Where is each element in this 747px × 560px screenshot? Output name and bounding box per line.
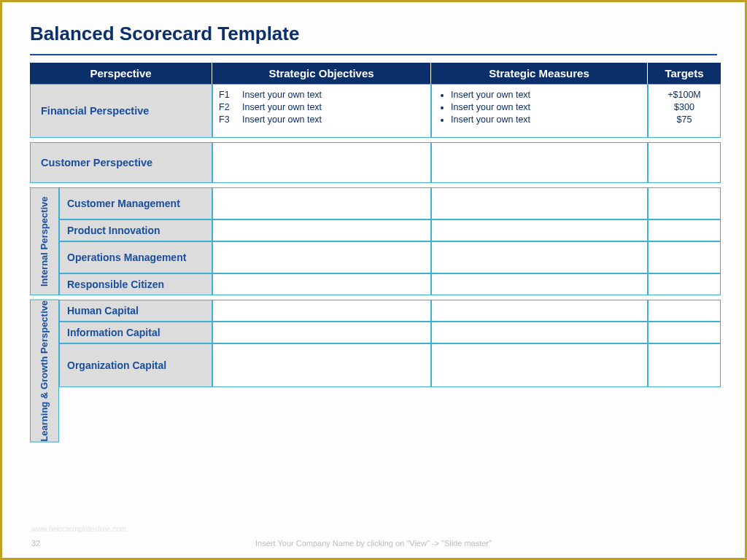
- cell-objectives: [212, 273, 431, 295]
- cell-targets: [648, 219, 721, 241]
- internal-product-innovation: Product Innovation: [59, 219, 212, 241]
- cell-measures: [431, 300, 648, 322]
- learning-human-capital: Human Capital: [59, 300, 212, 322]
- page-title: Balanced Scorecard Template: [30, 23, 717, 45]
- cell-objectives: [212, 187, 431, 219]
- cell-measures: [431, 343, 648, 387]
- section-internal: Internal Perspective Customer Management…: [30, 187, 717, 295]
- table-row: Organization Capital: [59, 343, 721, 387]
- cell-measures: [431, 322, 648, 343]
- obj-text: Insert your own text: [242, 89, 322, 101]
- col-objectives: Strategic Objectives: [212, 63, 431, 84]
- internal-operations-management: Operations Management: [59, 241, 212, 273]
- obj-code: F1: [219, 89, 235, 101]
- cell-objectives: [212, 300, 431, 322]
- measure-item: Insert your own text: [451, 114, 641, 126]
- col-perspective: Perspective: [30, 63, 212, 84]
- obj-text: Insert your own text: [242, 114, 322, 126]
- target-value: $75: [654, 114, 714, 126]
- table-row: Human Capital: [59, 300, 721, 322]
- row-financial: Financial Perspective F1Insert your own …: [30, 84, 717, 138]
- internal-customer-management: Customer Management: [59, 187, 212, 219]
- table-row: Operations Management: [59, 241, 721, 273]
- customer-objectives: [212, 142, 431, 183]
- customer-targets: [648, 142, 721, 183]
- cell-measures: [431, 241, 648, 273]
- cell-targets: [648, 322, 721, 343]
- cell-measures: [431, 187, 648, 219]
- footer-note: Insert Your Company Name by clicking on …: [2, 539, 745, 548]
- cell-objectives: [212, 322, 431, 343]
- row-customer: Customer Perspective: [30, 142, 717, 183]
- obj-code: F3: [219, 114, 235, 126]
- cell-targets: [648, 187, 721, 219]
- learning-growth-vlabel: Learning & Growth Perspective: [30, 300, 59, 443]
- cell-objectives: [212, 219, 431, 241]
- section-learning-growth: Learning & Growth Perspective Human Capi…: [30, 300, 717, 443]
- col-targets: Targets: [648, 63, 721, 84]
- customer-measures: [431, 142, 648, 183]
- table-row: Responsible Citizen: [59, 273, 721, 295]
- learning-information-capital: Information Capital: [59, 322, 212, 343]
- cell-targets: [648, 300, 721, 322]
- internal-responsible-citizen: Responsible Citizen: [59, 273, 212, 295]
- table-row: Product Innovation: [59, 219, 721, 241]
- target-value: +$100M: [654, 89, 714, 101]
- cell-targets: [648, 273, 721, 295]
- financial-measures: Insert your own text Insert your own tex…: [431, 84, 648, 138]
- measure-item: Insert your own text: [451, 101, 641, 114]
- table-row: Customer Management: [59, 187, 721, 219]
- customer-perspective-label: Customer Perspective: [30, 142, 212, 183]
- internal-perspective-vlabel: Internal Perspective: [30, 187, 59, 295]
- table-header: Perspective Strategic Objectives Strateg…: [30, 63, 717, 84]
- cell-targets: [648, 241, 721, 273]
- col-measures: Strategic Measures: [431, 63, 648, 84]
- cell-targets: [648, 343, 721, 387]
- measure-item: Insert your own text: [451, 89, 641, 101]
- cell-measures: [431, 273, 648, 295]
- table-row: Information Capital: [59, 322, 721, 343]
- obj-code: F2: [219, 101, 235, 114]
- title-rule: [30, 54, 717, 55]
- target-value: $300: [654, 101, 714, 114]
- learning-organization-capital: Organization Capital: [59, 343, 212, 387]
- cell-objectives: [212, 343, 431, 387]
- cell-objectives: [212, 241, 431, 273]
- financial-perspective-label: Financial Perspective: [30, 84, 212, 138]
- cell-measures: [431, 219, 648, 241]
- financial-objectives: F1Insert your own text F2Insert your own…: [212, 84, 431, 138]
- watermark-text: www.heloctemplatesfree.com: [31, 525, 126, 533]
- obj-text: Insert your own text: [242, 101, 322, 114]
- financial-targets: +$100M $300 $75: [648, 84, 721, 138]
